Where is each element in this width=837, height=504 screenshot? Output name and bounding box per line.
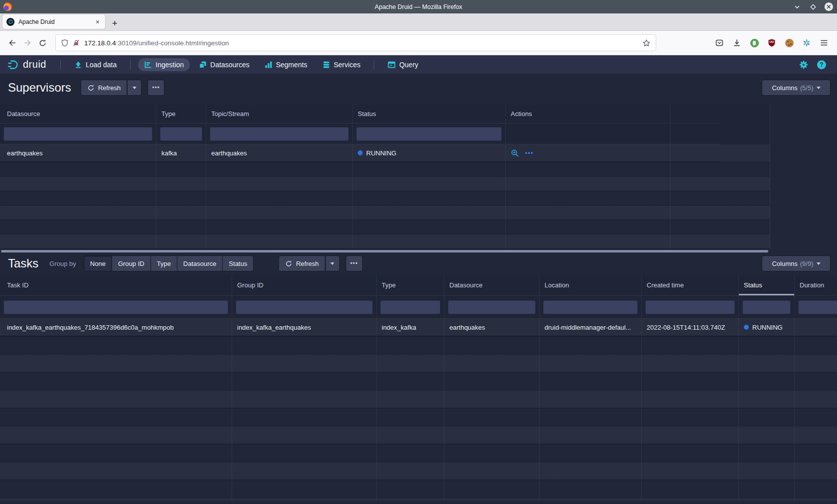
column-header-group-id[interactable]: Group ID <box>232 275 377 296</box>
column-header-topic-stream[interactable]: Topic/Stream <box>206 105 353 124</box>
downloads-icon[interactable] <box>732 38 742 48</box>
nav-item-ingestion[interactable]: Ingestion <box>138 58 190 71</box>
bookmark-star-icon[interactable] <box>642 39 651 47</box>
nav-item-label: Load data <box>86 61 117 69</box>
nav-item-label: Query <box>399 61 418 69</box>
druid-logo[interactable]: druid <box>7 58 46 71</box>
back-button[interactable] <box>5 35 20 50</box>
nav-item-query[interactable]: Query <box>382 58 424 71</box>
filter-duration-input[interactable] <box>798 300 837 314</box>
nav-item-datasources[interactable]: Datasources <box>193 58 256 71</box>
filter-datasource-input[interactable] <box>3 127 152 141</box>
menu-hamburger-icon[interactable] <box>819 38 829 48</box>
new-tab-button[interactable]: + <box>112 19 118 28</box>
column-header-task-id[interactable]: Task ID <box>0 275 232 296</box>
nav-item-load-data[interactable]: Load data <box>68 58 123 71</box>
ublock-origin-icon[interactable]: UO <box>767 38 777 48</box>
lock-insecure-icon[interactable] <box>72 39 80 47</box>
column-header-status[interactable]: Status <box>353 105 506 124</box>
nav-item-services[interactable]: Services <box>316 58 367 71</box>
row-more-actions-icon[interactable]: ••• <box>525 149 534 156</box>
tasks-refresh-caret-button[interactable] <box>326 256 339 271</box>
tasks-more-button[interactable]: ••• <box>346 256 362 271</box>
group-by-type-button[interactable]: Type <box>151 256 177 271</box>
running-status-dot <box>358 150 363 155</box>
column-header-location[interactable]: Location <box>540 275 642 296</box>
task-datasource: earthquakes <box>444 319 540 336</box>
filter-status-input[interactable] <box>356 127 502 141</box>
task-row[interactable]: index_kafka_earthquakes_7184357396d6c0a_… <box>0 319 837 336</box>
status-label: RUNNING <box>752 324 783 331</box>
segments-icon <box>265 61 273 69</box>
filter-type-input[interactable] <box>160 127 202 141</box>
nav-item-label: Ingestion <box>155 61 184 69</box>
arrow-right-icon <box>23 38 32 47</box>
sparkle-extension-icon[interactable] <box>802 38 812 48</box>
window-close-button[interactable] <box>825 2 833 11</box>
tab-close-button[interactable]: × <box>94 18 101 26</box>
running-status-dot <box>744 325 749 330</box>
group-by-status-button[interactable]: Status <box>223 256 253 271</box>
reload-button[interactable] <box>35 35 50 50</box>
druid-logo-icon <box>7 58 20 71</box>
supervisors-filter-row <box>0 124 770 144</box>
url-bar[interactable]: 172.18.0.4:30109/unified-console.html#in… <box>56 35 656 51</box>
supervisor-row[interactable]: earthquakes kafka earthquakes RUNNING ••… <box>0 144 770 162</box>
column-header-status-sorted[interactable]: Status <box>739 275 795 296</box>
column-header-datasource[interactable]: Datasource <box>0 105 156 124</box>
supervisors-title: Supervisors <box>8 81 71 95</box>
filter-topic-stream-input[interactable] <box>210 127 349 141</box>
column-header-type[interactable]: Type <box>377 275 444 296</box>
task-id: index_kafka_earthquakes_7184357396d6c0a_… <box>0 319 232 336</box>
task-type: index_kafka <box>377 319 444 336</box>
column-header-created-time[interactable]: Created time <box>642 275 739 296</box>
group-by-datasource-button[interactable]: Datasource <box>177 256 222 271</box>
privacy-extension-icon[interactable] <box>749 38 759 48</box>
tasks-columns-button[interactable]: Columns (9/9) <box>762 256 830 271</box>
supervisors-columns-button[interactable]: Columns (5/5) <box>762 80 830 95</box>
tasks-filter-row <box>0 296 837 319</box>
tasks-section: Tasks Group by None Group ID Type Dataso… <box>0 253 837 501</box>
firefox-window: Apache Druid — Mozilla Firefox Apache Dr… <box>0 0 837 504</box>
cookie-extension-icon[interactable] <box>784 38 794 48</box>
diamond-icon <box>810 3 817 10</box>
forward-button[interactable] <box>20 35 35 50</box>
shield-icon[interactable] <box>61 39 69 47</box>
column-header-datasource[interactable]: Datasource <box>444 275 540 296</box>
pocket-icon[interactable] <box>714 38 724 48</box>
filter-status-input[interactable] <box>742 300 791 314</box>
supervisors-more-button[interactable]: ••• <box>148 80 164 95</box>
column-header-actions[interactable]: Actions <box>506 105 671 124</box>
filter-location-input[interactable] <box>543 300 638 314</box>
supervisor-topic-stream: earthquakes <box>206 144 353 162</box>
supervisors-refresh-caret-button[interactable] <box>128 80 141 95</box>
tab-apache-druid[interactable]: Apache Druid × <box>2 14 105 29</box>
window-maximize-button[interactable] <box>809 2 818 11</box>
refresh-label: Refresh <box>296 260 319 267</box>
horizontal-scrollbar-thumb[interactable] <box>1 250 768 252</box>
task-created-time: 2022-08-15T14:11:03.740Z <box>642 319 739 336</box>
gear-icon[interactable] <box>799 60 808 69</box>
ingestion-view: Supervisors Refresh ••• Columns (5/5) Da… <box>0 74 837 504</box>
group-by-button-group: None Group ID Type Datasource Status <box>84 256 253 271</box>
filter-type-input[interactable] <box>380 300 440 314</box>
help-icon[interactable]: ? <box>817 60 826 69</box>
browser-toolbar: 172.18.0.4:30109/unified-console.html#in… <box>0 31 837 55</box>
group-by-group-id-button[interactable]: Group ID <box>112 256 150 271</box>
task-duration <box>795 319 837 336</box>
window-minimize-button[interactable] <box>793 2 802 11</box>
filter-task-id-input[interactable] <box>3 300 228 314</box>
nav-item-segments[interactable]: Segments <box>259 58 313 71</box>
column-header-duration[interactable]: Duration <box>795 275 837 296</box>
group-by-none-button[interactable]: None <box>84 256 112 271</box>
magnifying-glass-plus-icon[interactable] <box>511 149 519 157</box>
filter-created-time-input[interactable] <box>645 300 735 314</box>
filter-datasource-input[interactable] <box>448 300 536 314</box>
filter-actions-empty <box>506 124 671 144</box>
nav-item-label: Services <box>334 61 361 69</box>
filter-group-id-input[interactable] <box>236 300 373 314</box>
supervisors-refresh-button[interactable]: Refresh <box>81 80 127 95</box>
tasks-refresh-button[interactable]: Refresh <box>279 256 325 271</box>
column-header-type[interactable]: Type <box>156 105 206 124</box>
caret-down-icon <box>330 262 334 265</box>
